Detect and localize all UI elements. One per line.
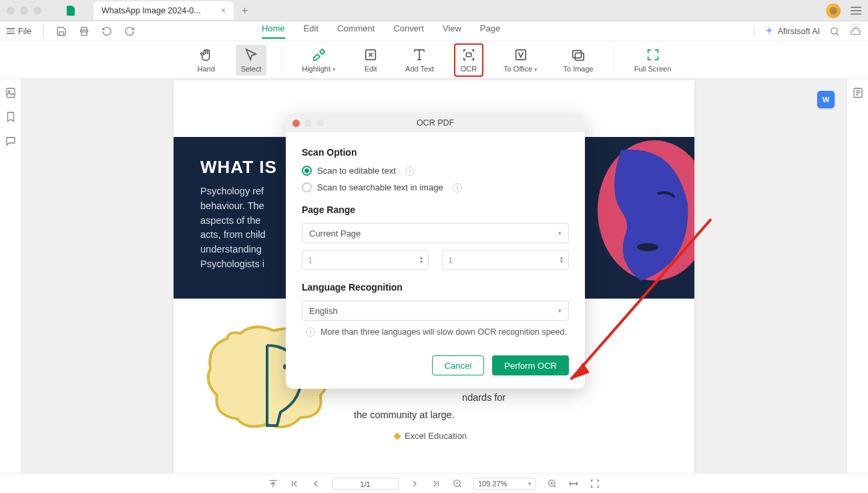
undo-icon[interactable] bbox=[101, 26, 112, 37]
tool-label: Edit bbox=[365, 65, 377, 73]
fit-page-icon[interactable] bbox=[590, 478, 600, 489]
select-tool[interactable]: Select bbox=[236, 45, 267, 75]
select-value: Current Page bbox=[309, 228, 361, 238]
comments-icon[interactable] bbox=[5, 135, 17, 147]
print-icon[interactable] bbox=[79, 26, 89, 37]
info-icon[interactable]: i bbox=[405, 166, 415, 176]
tab-edit[interactable]: Edit bbox=[304, 23, 318, 39]
scan-option-heading: Scan Option bbox=[302, 147, 569, 158]
titlebar: WhatsApp Image 2024-0... × + bbox=[0, 0, 868, 21]
ocr-icon bbox=[461, 47, 476, 62]
tab-convert[interactable]: Convert bbox=[393, 23, 424, 39]
spin-value: 1 bbox=[448, 255, 453, 265]
prev-page-icon[interactable] bbox=[310, 478, 321, 489]
svg-line-17 bbox=[459, 485, 461, 487]
svg-rect-7 bbox=[573, 50, 582, 57]
minimize-window-icon[interactable] bbox=[20, 7, 28, 15]
ai-label: Afirstsoft AI bbox=[778, 27, 820, 36]
new-tab-button[interactable]: + bbox=[242, 5, 248, 17]
to-image-tool[interactable]: To Image bbox=[558, 45, 598, 75]
to-office-tool[interactable]: To Office ▾ bbox=[498, 45, 543, 75]
ocr-tool[interactable]: OCR bbox=[454, 43, 483, 77]
tab-comment[interactable]: Comment bbox=[337, 23, 375, 39]
save-icon[interactable] bbox=[56, 26, 67, 37]
chevron-down-icon: ▾ bbox=[558, 307, 562, 314]
tab-title: WhatsApp Image 2024-0... bbox=[101, 6, 201, 15]
tool-label: Full Screen bbox=[634, 65, 672, 73]
redo-icon[interactable] bbox=[124, 26, 135, 37]
select-value: English bbox=[309, 306, 338, 316]
tab-home[interactable]: Home bbox=[262, 23, 285, 39]
ai-button[interactable]: Afirstsoft AI bbox=[764, 26, 820, 37]
app-logo-icon bbox=[65, 5, 77, 17]
fullscreen-tool[interactable]: Full Screen bbox=[629, 45, 677, 75]
perform-ocr-button[interactable]: Perform OCR bbox=[492, 355, 569, 375]
bookmarks-icon[interactable] bbox=[5, 111, 17, 123]
tab-close-icon[interactable]: × bbox=[221, 6, 226, 15]
separator bbox=[754, 25, 754, 37]
zoom-in-icon[interactable] bbox=[547, 478, 558, 489]
hamburger-icon bbox=[7, 28, 15, 34]
highlighter-icon bbox=[312, 47, 327, 62]
dialog-title: OCR PDF bbox=[286, 118, 585, 128]
svg-line-21 bbox=[554, 485, 556, 487]
svg-rect-5 bbox=[466, 53, 471, 57]
properties-icon[interactable] bbox=[852, 87, 864, 99]
file-menu[interactable]: File bbox=[7, 27, 31, 36]
scroll-top-icon[interactable] bbox=[268, 478, 278, 489]
thumbnails-icon[interactable] bbox=[5, 87, 17, 99]
scan-searchable-radio[interactable]: Scan to searchable text in image i bbox=[302, 182, 569, 192]
page-range-select[interactable]: Current Page ▾ bbox=[302, 223, 569, 243]
page-number-input[interactable]: 1/1 bbox=[332, 478, 399, 490]
next-page-icon[interactable] bbox=[409, 478, 420, 489]
search-icon[interactable] bbox=[829, 26, 840, 37]
left-sidebar bbox=[0, 79, 21, 473]
radio-label: Scan to searchable text in image bbox=[317, 182, 443, 192]
cancel-button[interactable]: Cancel bbox=[432, 355, 484, 375]
first-page-icon[interactable] bbox=[289, 478, 300, 489]
edit-icon bbox=[363, 47, 378, 62]
diamond-icon bbox=[393, 432, 402, 441]
language-heading: Language Recognition bbox=[302, 282, 569, 293]
tool-label: Highlight ▾ bbox=[302, 65, 336, 73]
tool-label: To Office ▾ bbox=[503, 65, 537, 73]
close-window-icon[interactable] bbox=[7, 7, 15, 15]
add-text-tool[interactable]: Add Text bbox=[400, 45, 439, 75]
hand-tool[interactable]: Hand bbox=[192, 45, 221, 75]
svg-rect-8 bbox=[575, 53, 584, 60]
user-avatar[interactable] bbox=[826, 3, 841, 18]
main-menu-icon[interactable] bbox=[851, 7, 861, 15]
bottombar: 1/1 109.27% ▾ bbox=[0, 473, 868, 493]
radio-unchecked-icon bbox=[302, 182, 312, 192]
window-controls bbox=[7, 7, 41, 15]
document-tab[interactable]: WhatsApp Image 2024-0... × bbox=[93, 1, 234, 20]
menubar-tabs: Home Edit Comment Convert View Page bbox=[262, 23, 500, 39]
info-icon[interactable]: i bbox=[453, 183, 462, 192]
zoom-out-icon[interactable] bbox=[452, 478, 463, 489]
radio-label: Scan to editable text bbox=[317, 166, 396, 176]
edit-tool[interactable]: Edit bbox=[356, 45, 385, 75]
spinner-arrows-icon[interactable]: ▴▾ bbox=[560, 256, 563, 264]
cursor-icon bbox=[244, 47, 258, 62]
page-from-input[interactable]: 1 ▴▾ bbox=[302, 250, 429, 270]
scan-editable-radio[interactable]: Scan to editable text i bbox=[302, 166, 569, 176]
maximize-window-icon[interactable] bbox=[33, 7, 41, 15]
page-to-input[interactable]: 1 ▴▾ bbox=[442, 250, 569, 270]
word-export-badge[interactable]: W bbox=[817, 91, 835, 108]
sparkle-icon bbox=[764, 26, 775, 37]
highlight-tool[interactable]: Highlight ▾ bbox=[296, 45, 341, 75]
spinner-arrows-icon[interactable]: ▴▾ bbox=[420, 256, 423, 264]
ocr-dialog: OCR PDF Scan Option Scan to editable tex… bbox=[286, 114, 585, 389]
language-select[interactable]: English ▾ bbox=[302, 301, 569, 321]
tab-view[interactable]: View bbox=[443, 23, 461, 39]
last-page-icon[interactable] bbox=[431, 478, 441, 489]
tool-label: To Image bbox=[563, 65, 593, 73]
separator bbox=[614, 47, 614, 73]
fit-width-icon[interactable] bbox=[568, 478, 579, 489]
expand-icon[interactable] bbox=[851, 23, 862, 29]
chevron-down-icon: ▾ bbox=[528, 480, 531, 487]
zoom-level-select[interactable]: 109.27% ▾ bbox=[473, 478, 536, 490]
tab-page[interactable]: Page bbox=[480, 23, 500, 39]
svg-point-0 bbox=[829, 7, 837, 15]
tool-label: Add Text bbox=[405, 65, 434, 73]
